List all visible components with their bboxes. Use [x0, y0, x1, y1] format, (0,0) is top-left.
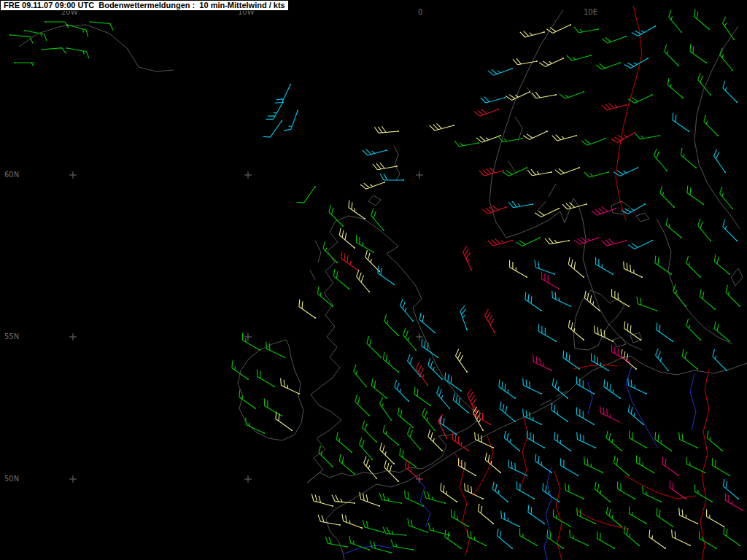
wind-barb — [560, 91, 584, 98]
wind-barb — [357, 236, 374, 254]
wind-barb — [656, 349, 669, 371]
coastline — [636, 213, 649, 222]
wind-barb — [336, 432, 352, 453]
wind-barb — [380, 443, 395, 464]
coastline — [515, 117, 522, 141]
coastline — [537, 201, 546, 211]
wind-barb — [383, 425, 399, 446]
coastline — [657, 219, 732, 344]
coastline — [489, 10, 594, 293]
wind-barb — [371, 378, 387, 399]
wind-barb — [422, 408, 436, 431]
wind-barb — [602, 238, 627, 246]
wind-barb — [44, 21, 69, 28]
wind-barb — [551, 403, 568, 422]
wind-barb — [630, 507, 647, 525]
wind-barb — [428, 358, 443, 380]
wind-barb — [606, 507, 622, 527]
wind-barb — [673, 284, 686, 307]
river — [626, 366, 658, 448]
wind-barb — [554, 510, 571, 528]
weather-map-screen: 20W10W010E60N55N50N FRE 09.11.07 09:00 U… — [0, 0, 747, 560]
wind-barb — [662, 457, 679, 476]
wind-barb — [513, 58, 538, 65]
wind-barb — [624, 322, 641, 341]
river — [588, 382, 592, 414]
wind-barb — [539, 324, 557, 343]
wind-barb — [577, 377, 595, 395]
wind-barb — [567, 55, 592, 61]
coastline — [315, 241, 321, 262]
wind-barb — [333, 269, 349, 289]
wind-barb — [595, 326, 614, 342]
wind-barb — [459, 459, 476, 477]
wind-barb — [465, 483, 484, 499]
coastline — [594, 293, 642, 350]
wind-barb — [584, 457, 603, 473]
wind-barb — [357, 270, 370, 292]
wind-barb — [360, 182, 385, 189]
wind-barb — [628, 405, 644, 425]
grid-cross — [244, 171, 252, 179]
wind-barb — [670, 481, 686, 499]
wind-barb — [424, 491, 446, 504]
wind-barb — [657, 508, 673, 527]
wind-barb — [679, 432, 698, 448]
wind-barb — [474, 109, 499, 116]
wind-barb — [714, 149, 727, 173]
wind-barb — [360, 492, 380, 507]
wind-barb — [339, 228, 355, 249]
wind-barb — [364, 456, 377, 479]
wind-barb — [726, 285, 740, 307]
wind-barb — [628, 94, 653, 103]
wind-barb — [637, 297, 657, 311]
wind-barb — [535, 260, 555, 275]
wind-barb — [704, 114, 719, 136]
coastline — [19, 25, 174, 71]
wind-barb — [266, 101, 285, 119]
wind-barb — [628, 378, 647, 394]
wind-barb — [428, 523, 450, 536]
wind-barb — [723, 17, 735, 40]
wind-barb — [614, 167, 638, 176]
wind-barb — [408, 427, 421, 450]
wind-barb — [374, 126, 399, 133]
wind-barb — [643, 486, 662, 502]
wind-barb — [383, 527, 406, 536]
wind-barb — [523, 378, 542, 394]
wind-barb — [276, 412, 293, 431]
wind-barb — [632, 26, 656, 36]
wind-barb — [649, 530, 666, 549]
wind-barb — [584, 171, 609, 177]
country-border — [700, 369, 709, 560]
wind-barb — [14, 62, 34, 66]
wind-barb — [445, 530, 462, 549]
wind-barb — [690, 44, 707, 63]
wind-barb — [635, 133, 660, 139]
coastline — [394, 146, 400, 181]
wind-barb — [604, 380, 621, 399]
grid-cross — [69, 333, 77, 341]
wind-barb — [456, 349, 468, 373]
country-border — [573, 365, 617, 369]
wind-barb — [584, 291, 600, 311]
wind-barb — [707, 510, 724, 528]
wind-barb — [501, 511, 520, 527]
wind-barb — [612, 289, 630, 308]
coastline — [694, 26, 740, 229]
map-canvas: 20W10W010E60N55N50N — [0, 0, 747, 560]
wind-barb — [679, 508, 698, 524]
wind-barb — [497, 529, 513, 549]
wind-barb — [468, 530, 487, 546]
wind-barb — [395, 380, 409, 402]
wind-barb — [342, 514, 363, 529]
wind-barb — [554, 432, 571, 451]
wind-barb — [665, 44, 679, 66]
wind-barb — [669, 10, 682, 33]
wind-barb — [408, 518, 428, 533]
wind-barb — [686, 256, 701, 278]
wind-barb — [596, 62, 621, 69]
wind-barb — [378, 266, 395, 285]
wind-barb — [562, 202, 587, 209]
wind-barb — [561, 459, 578, 477]
